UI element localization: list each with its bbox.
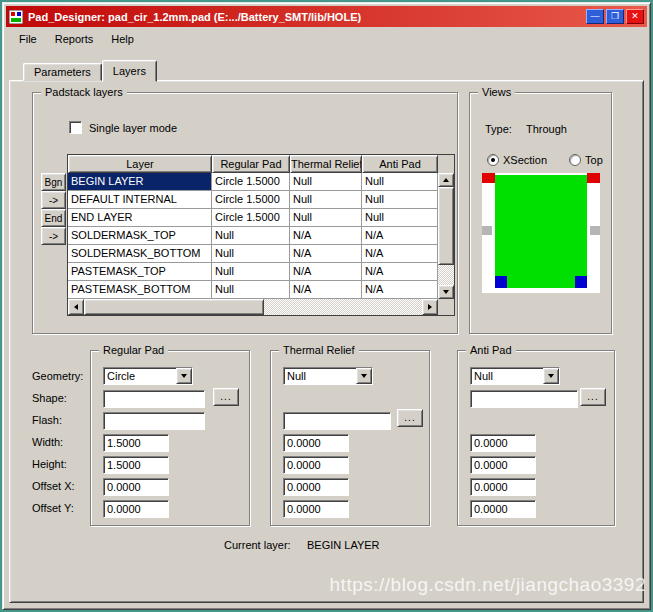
layer-table-body: BEGIN LAYERCircle 1.5000NullNullDEFAULT … [68, 173, 438, 299]
thermal-width-input[interactable] [283, 434, 349, 452]
table-cell[interactable]: Null [212, 263, 290, 281]
xsection-radio[interactable] [487, 154, 499, 166]
vertical-scrollbar[interactable] [438, 173, 454, 299]
anti-offset-x-input[interactable] [470, 478, 536, 496]
top-radio[interactable] [569, 154, 581, 166]
thermal-geometry-value: Null [284, 368, 356, 384]
column-header-layer[interactable]: Layer [68, 155, 212, 173]
scroll-left-button[interactable] [68, 299, 84, 315]
thermal-offset-y-input[interactable] [283, 500, 349, 518]
regular-width-input[interactable] [103, 434, 169, 452]
table-cell[interactable]: Null [362, 173, 438, 191]
dropdown-arrow-icon[interactable] [356, 368, 372, 384]
table-cell[interactable]: Null [290, 209, 362, 227]
scroll-down-button[interactable] [438, 285, 454, 299]
single-layer-mode-row[interactable]: Single layer mode [69, 121, 177, 134]
anti-geometry-select[interactable]: Null [470, 367, 560, 385]
table-cell[interactable]: N/A [290, 245, 362, 263]
table-cell[interactable]: Null [290, 173, 362, 191]
table-row[interactable]: PASTEMASK_TOPNullN/AN/A [68, 263, 438, 281]
tab-layers[interactable]: Layers [102, 60, 157, 82]
vertical-scrollbar-thumb[interactable] [438, 187, 454, 265]
minimize-button[interactable]: — [586, 9, 604, 24]
anti-offset-y-input[interactable] [470, 500, 536, 518]
single-layer-mode-checkbox[interactable] [69, 121, 82, 134]
header-corner [438, 155, 454, 173]
thermal-height-input[interactable] [283, 456, 349, 474]
column-header-anti[interactable]: Anti Pad [362, 155, 438, 173]
table-cell[interactable]: PASTEMASK_TOP [68, 263, 212, 281]
table-cell[interactable]: Null [362, 209, 438, 227]
dropdown-arrow-icon[interactable] [176, 368, 192, 384]
table-row[interactable]: SOLDERMASK_BOTTOMNullN/AN/A [68, 245, 438, 263]
row-nav-button[interactable]: -> [41, 191, 66, 209]
anti-width-input[interactable] [470, 434, 536, 452]
layer-table: LayerRegular PadThermal ReliefAnti Pad B… [67, 154, 455, 316]
anti-height-input[interactable] [470, 456, 536, 474]
scroll-right-button[interactable] [422, 299, 438, 315]
thermal-flash-input[interactable] [283, 412, 391, 430]
table-cell[interactable]: N/A [290, 227, 362, 245]
table-cell[interactable]: Circle 1.5000 [212, 209, 290, 227]
tab-parameters[interactable]: Parameters [23, 63, 102, 81]
horizontal-scrollbar-thumb[interactable] [84, 299, 264, 315]
table-cell[interactable]: BEGIN LAYER [68, 173, 212, 191]
table-row[interactable]: DEFAULT INTERNALCircle 1.5000NullNull [68, 191, 438, 209]
menu-help[interactable]: Help [102, 31, 143, 47]
regular-offset-y-input[interactable] [103, 500, 169, 518]
table-cell[interactable]: Circle 1.5000 [212, 173, 290, 191]
thermal-offset-x-input[interactable] [283, 478, 349, 496]
table-cell[interactable]: N/A [290, 263, 362, 281]
table-cell[interactable]: N/A [362, 263, 438, 281]
column-header-regular[interactable]: Regular Pad [212, 155, 290, 173]
table-cell[interactable]: N/A [362, 227, 438, 245]
anti-shape-browse-button[interactable]: ... [580, 388, 606, 406]
table-row[interactable]: END LAYERCircle 1.5000NullNull [68, 209, 438, 227]
table-cell[interactable]: Null [212, 227, 290, 245]
regular-flash-input[interactable] [103, 412, 205, 430]
close-button[interactable]: ✕ [626, 9, 644, 24]
table-cell[interactable]: SOLDERMASK_BOTTOM [68, 245, 212, 263]
table-row[interactable]: PASTEMASK_BOTTOMNullN/AN/A [68, 281, 438, 299]
regular-geometry-select[interactable]: Circle [103, 367, 193, 385]
row-nav-button[interactable]: Bgn [41, 173, 66, 191]
menu-file[interactable]: File [10, 31, 46, 47]
thermal-relief-group-title: Thermal Relief [279, 343, 359, 357]
regular-height-input[interactable] [103, 456, 169, 474]
regular-offset-x-input[interactable] [103, 478, 169, 496]
table-cell[interactable]: N/A [290, 281, 362, 299]
regular-shape-input[interactable] [103, 390, 205, 408]
maximize-button[interactable]: ❐ [606, 9, 624, 24]
thermal-flash-browse-button[interactable]: ... [397, 409, 423, 427]
desktop: Pad_Designer: pad_cir_1.2mm.pad (E:.../B… [0, 0, 653, 612]
regular-shape-browse-button[interactable]: ... [213, 388, 239, 406]
regular-pad-group-title: Regular Pad [99, 343, 168, 357]
row-nav-button[interactable]: End [41, 209, 66, 227]
table-cell[interactable]: N/A [362, 245, 438, 263]
title-bar[interactable]: Pad_Designer: pad_cir_1.2mm.pad (E:.../B… [6, 6, 647, 27]
anti-shape-input[interactable] [470, 390, 578, 408]
arrow-up-icon [443, 178, 449, 182]
table-cell[interactable]: N/A [362, 281, 438, 299]
preview-pad-shape [495, 175, 587, 288]
menu-reports[interactable]: Reports [46, 31, 103, 47]
arrow-left-icon [74, 304, 78, 310]
horizontal-scrollbar[interactable] [68, 299, 438, 315]
table-cell[interactable]: SOLDERMASK_TOP [68, 227, 212, 245]
dropdown-arrow-icon[interactable] [543, 368, 559, 384]
table-cell[interactable]: Circle 1.5000 [212, 191, 290, 209]
table-row[interactable]: BEGIN LAYERCircle 1.5000NullNull [68, 173, 438, 191]
pad-xsection-preview [482, 173, 600, 293]
table-row[interactable]: SOLDERMASK_TOPNullN/AN/A [68, 227, 438, 245]
row-nav-button[interactable]: -> [41, 227, 66, 245]
thermal-geometry-select[interactable]: Null [283, 367, 373, 385]
column-header-thermal[interactable]: Thermal Relief [290, 155, 362, 173]
table-cell[interactable]: Null [290, 191, 362, 209]
table-cell[interactable]: Null [212, 245, 290, 263]
table-cell[interactable]: Null [362, 191, 438, 209]
table-cell[interactable]: END LAYER [68, 209, 212, 227]
table-cell[interactable]: PASTEMASK_BOTTOM [68, 281, 212, 299]
scroll-up-button[interactable] [438, 173, 454, 187]
table-cell[interactable]: DEFAULT INTERNAL [68, 191, 212, 209]
table-cell[interactable]: Null [212, 281, 290, 299]
